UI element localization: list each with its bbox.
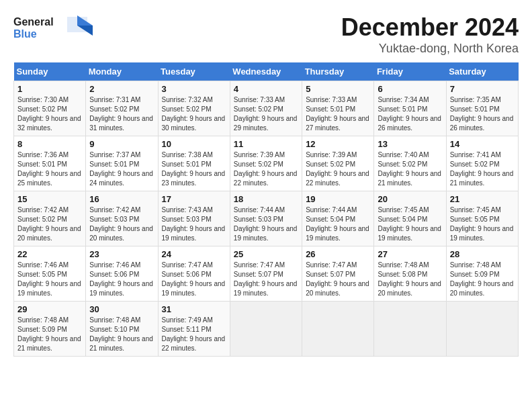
calendar-cell: 31Sunrise: 7:49 AM Sunset: 5:11 PM Dayli…	[158, 302, 230, 357]
calendar-cell: 30Sunrise: 7:48 AM Sunset: 5:10 PM Dayli…	[86, 302, 158, 357]
calendar-cell: 23Sunrise: 7:46 AM Sunset: 5:06 PM Dayli…	[86, 246, 158, 302]
calendar-cell: 22Sunrise: 7:46 AM Sunset: 5:05 PM Dayli…	[14, 246, 86, 302]
calendar-cell: 15Sunrise: 7:42 AM Sunset: 5:02 PM Dayli…	[14, 191, 86, 246]
day-info: Sunrise: 7:47 AM Sunset: 5:07 PM Dayligh…	[306, 261, 370, 298]
day-number: 3	[162, 84, 226, 94]
day-info: Sunrise: 7:34 AM Sunset: 5:01 PM Dayligh…	[378, 95, 442, 133]
day-info: Sunrise: 7:45 AM Sunset: 5:05 PM Dayligh…	[450, 205, 515, 243]
day-info: Sunrise: 7:33 AM Sunset: 5:02 PM Dayligh…	[234, 95, 298, 133]
calendar-cell: 3Sunrise: 7:32 AM Sunset: 5:02 PM Daylig…	[158, 81, 230, 136]
day-info: Sunrise: 7:40 AM Sunset: 5:02 PM Dayligh…	[378, 150, 442, 188]
day-info: Sunrise: 7:33 AM Sunset: 5:01 PM Dayligh…	[306, 95, 370, 133]
day-header-monday: Monday	[86, 62, 158, 81]
calendar-week-2: 8Sunrise: 7:36 AM Sunset: 5:01 PM Daylig…	[14, 136, 519, 191]
calendar-cell: 4Sunrise: 7:33 AM Sunset: 5:02 PM Daylig…	[230, 81, 302, 136]
day-number: 12	[306, 139, 370, 149]
calendar-cell	[302, 302, 374, 357]
day-info: Sunrise: 7:48 AM Sunset: 5:08 PM Dayligh…	[378, 261, 442, 298]
calendar-cell: 6Sunrise: 7:34 AM Sunset: 5:01 PM Daylig…	[374, 81, 446, 136]
day-header-sunday: Sunday	[14, 62, 86, 81]
day-number: 8	[17, 139, 82, 149]
calendar-cell: 24Sunrise: 7:47 AM Sunset: 5:06 PM Dayli…	[158, 246, 230, 302]
day-number: 13	[378, 139, 442, 149]
day-info: Sunrise: 7:43 AM Sunset: 5:03 PM Dayligh…	[162, 205, 226, 243]
page-subtitle: Yuktae-dong, North Korea	[341, 42, 519, 56]
day-info: Sunrise: 7:39 AM Sunset: 5:02 PM Dayligh…	[306, 150, 370, 188]
calendar-cell: 27Sunrise: 7:48 AM Sunset: 5:08 PM Dayli…	[374, 246, 446, 302]
day-number: 1	[17, 84, 82, 94]
day-info: Sunrise: 7:39 AM Sunset: 5:02 PM Dayligh…	[234, 150, 298, 188]
calendar-table: SundayMondayTuesdayWednesdayThursdayFrid…	[13, 62, 519, 357]
day-info: Sunrise: 7:49 AM Sunset: 5:11 PM Dayligh…	[162, 316, 226, 353]
day-number: 30	[89, 304, 154, 314]
calendar-week-5: 29Sunrise: 7:48 AM Sunset: 5:09 PM Dayli…	[14, 302, 519, 357]
day-info: Sunrise: 7:42 AM Sunset: 5:02 PM Dayligh…	[17, 205, 82, 243]
calendar-body: 1Sunrise: 7:30 AM Sunset: 5:02 PM Daylig…	[14, 81, 519, 357]
day-number: 15	[17, 194, 82, 204]
calendar-cell: 26Sunrise: 7:47 AM Sunset: 5:07 PM Dayli…	[302, 246, 374, 302]
calendar-cell: 11Sunrise: 7:39 AM Sunset: 5:02 PM Dayli…	[230, 136, 302, 191]
day-info: Sunrise: 7:38 AM Sunset: 5:01 PM Dayligh…	[162, 150, 226, 188]
calendar-week-3: 15Sunrise: 7:42 AM Sunset: 5:02 PM Dayli…	[14, 191, 519, 246]
calendar-cell: 8Sunrise: 7:36 AM Sunset: 5:01 PM Daylig…	[14, 136, 86, 191]
day-info: Sunrise: 7:48 AM Sunset: 5:09 PM Dayligh…	[450, 261, 515, 298]
day-info: Sunrise: 7:47 AM Sunset: 5:06 PM Dayligh…	[162, 261, 226, 298]
calendar-cell: 28Sunrise: 7:48 AM Sunset: 5:09 PM Dayli…	[446, 246, 518, 302]
day-header-saturday: Saturday	[446, 62, 518, 81]
day-header-tuesday: Tuesday	[158, 62, 230, 81]
page-title: December 2024	[341, 13, 519, 42]
calendar-cell: 2Sunrise: 7:31 AM Sunset: 5:02 PM Daylig…	[86, 81, 158, 136]
day-number: 22	[17, 249, 82, 259]
calendar-cell: 12Sunrise: 7:39 AM Sunset: 5:02 PM Dayli…	[302, 136, 374, 191]
day-number: 7	[450, 84, 515, 94]
day-number: 9	[89, 139, 154, 149]
calendar-week-1: 1Sunrise: 7:30 AM Sunset: 5:02 PM Daylig…	[14, 81, 519, 136]
day-header-wednesday: Wednesday	[230, 62, 302, 81]
calendar-cell	[230, 302, 302, 357]
day-info: Sunrise: 7:45 AM Sunset: 5:04 PM Dayligh…	[378, 205, 442, 243]
svg-text:General: General	[13, 16, 54, 28]
day-number: 14	[450, 139, 515, 149]
calendar-cell: 13Sunrise: 7:40 AM Sunset: 5:02 PM Dayli…	[374, 136, 446, 191]
calendar-cell: 29Sunrise: 7:48 AM Sunset: 5:09 PM Dayli…	[14, 302, 86, 357]
calendar-cell	[446, 302, 518, 357]
day-number: 5	[306, 84, 370, 94]
day-info: Sunrise: 7:32 AM Sunset: 5:02 PM Dayligh…	[162, 95, 226, 133]
day-number: 28	[450, 249, 515, 259]
day-number: 10	[162, 139, 226, 149]
day-info: Sunrise: 7:42 AM Sunset: 5:03 PM Dayligh…	[89, 205, 154, 243]
day-number: 4	[234, 84, 298, 94]
calendar-cell: 25Sunrise: 7:47 AM Sunset: 5:07 PM Dayli…	[230, 246, 302, 302]
calendar-week-4: 22Sunrise: 7:46 AM Sunset: 5:05 PM Dayli…	[14, 246, 519, 302]
day-number: 29	[17, 304, 82, 314]
day-number: 31	[162, 304, 226, 314]
calendar-cell: 18Sunrise: 7:44 AM Sunset: 5:03 PM Dayli…	[230, 191, 302, 246]
day-number: 16	[89, 194, 154, 204]
day-header-thursday: Thursday	[302, 62, 374, 81]
calendar-cell: 10Sunrise: 7:38 AM Sunset: 5:01 PM Dayli…	[158, 136, 230, 191]
calendar-cell: 1Sunrise: 7:30 AM Sunset: 5:02 PM Daylig…	[14, 81, 86, 136]
title-block: December 2024 Yuktae-dong, North Korea	[341, 13, 519, 56]
day-number: 21	[450, 194, 515, 204]
day-number: 11	[234, 139, 298, 149]
day-info: Sunrise: 7:36 AM Sunset: 5:01 PM Dayligh…	[17, 150, 82, 188]
day-info: Sunrise: 7:48 AM Sunset: 5:09 PM Dayligh…	[17, 316, 82, 353]
calendar-cell: 7Sunrise: 7:35 AM Sunset: 5:01 PM Daylig…	[446, 81, 518, 136]
logo: General Blue	[13, 13, 94, 40]
day-number: 20	[378, 194, 442, 204]
day-info: Sunrise: 7:30 AM Sunset: 5:02 PM Dayligh…	[17, 95, 82, 133]
day-number: 2	[89, 84, 154, 94]
day-number: 25	[234, 249, 298, 259]
day-info: Sunrise: 7:44 AM Sunset: 5:03 PM Dayligh…	[234, 205, 298, 243]
day-info: Sunrise: 7:31 AM Sunset: 5:02 PM Dayligh…	[89, 95, 154, 133]
calendar-cell: 19Sunrise: 7:44 AM Sunset: 5:04 PM Dayli…	[302, 191, 374, 246]
day-info: Sunrise: 7:44 AM Sunset: 5:04 PM Dayligh…	[306, 205, 370, 243]
calendar-header-row: SundayMondayTuesdayWednesdayThursdayFrid…	[14, 62, 519, 81]
day-info: Sunrise: 7:37 AM Sunset: 5:01 PM Dayligh…	[89, 150, 154, 188]
day-number: 19	[306, 194, 370, 204]
calendar-cell: 9Sunrise: 7:37 AM Sunset: 5:01 PM Daylig…	[86, 136, 158, 191]
svg-text:Blue: Blue	[13, 28, 37, 40]
day-info: Sunrise: 7:35 AM Sunset: 5:01 PM Dayligh…	[450, 95, 515, 133]
calendar-cell: 16Sunrise: 7:42 AM Sunset: 5:03 PM Dayli…	[86, 191, 158, 246]
calendar-cell: 14Sunrise: 7:41 AM Sunset: 5:02 PM Dayli…	[446, 136, 518, 191]
